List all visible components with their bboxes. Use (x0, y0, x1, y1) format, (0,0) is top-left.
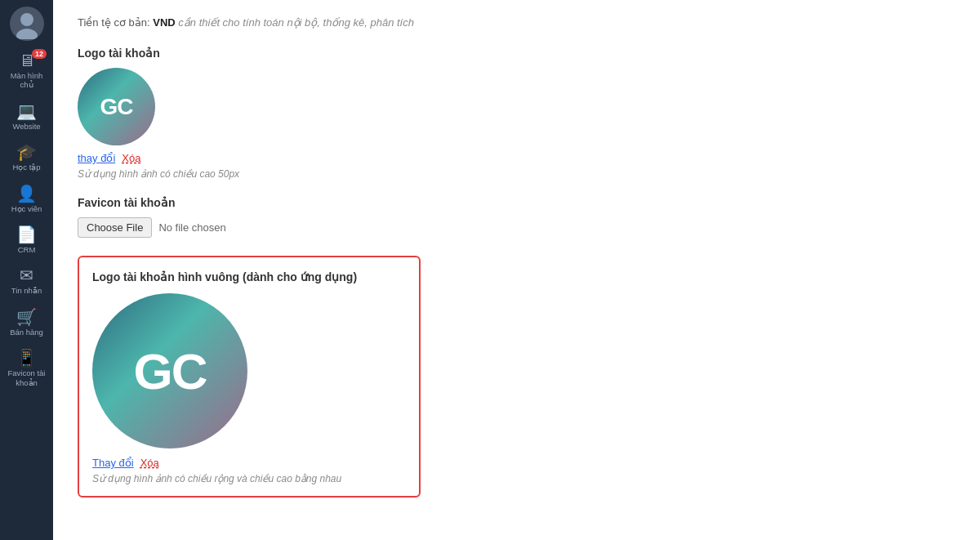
square-logo-gc-text: GC (134, 342, 207, 400)
logo-section: Logo tài khoản GC thay đổi Xóa Sử dụng h… (78, 47, 956, 180)
hoc-vien-icon: 👤 (16, 185, 37, 202)
sidebar-label-man-hinh-chu: Màn hình chủ (3, 71, 50, 90)
logo-circle-large: GC (92, 293, 247, 449)
square-logo-label: Logo tài khoản hình vuông (dành cho ứng … (92, 270, 406, 283)
sidebar-item-man-hinh-chu[interactable]: 12 🖥 Màn hình chủ (0, 46, 53, 96)
square-logo-hint: Sử dụng hình ảnh có chiều rộng và chiều … (92, 473, 406, 484)
logo-section-label: Logo tài khoản (78, 47, 956, 60)
logo-delete-button[interactable]: Xóa (122, 152, 140, 164)
currency-hint: cần thiết cho tính toán nội bộ, thống kê… (178, 16, 414, 29)
sidebar-label-apps: Favicon tài khoản (3, 368, 50, 387)
sidebar-label-crm: CRM (18, 245, 36, 254)
avatar[interactable] (10, 7, 44, 41)
sidebar: 12 🖥 Màn hình chủ 💻 Website 🎓 Học tập 👤 … (0, 0, 53, 540)
square-change-button[interactable]: Thay đổi (92, 457, 134, 469)
logo-hint: Sử dụng hình ảnh có chiều cao 50px (78, 168, 956, 180)
svg-point-0 (20, 13, 33, 26)
currency-label: Tiền tệ cơ bản: (78, 16, 150, 29)
sidebar-label-ban-hang: Bán hàng (10, 328, 43, 337)
website-icon: 💻 (16, 103, 37, 119)
logo-gc-text: GC (100, 94, 133, 120)
currency-code: VND (153, 16, 175, 29)
square-logo-section: Logo tài khoản hình vuông (dành cho ứng … (78, 256, 421, 498)
logo-circle: GC (78, 68, 155, 145)
crm-icon: 📄 (16, 226, 37, 243)
file-input-wrapper: Choose File No file chosen (78, 217, 956, 238)
ban-hang-icon: 🛒 (16, 309, 37, 325)
currency-line: Tiền tệ cơ bản: VND cần thiết cho tính t… (78, 16, 956, 29)
sidebar-item-apps[interactable]: 📱 Favicon tài khoản (0, 343, 53, 394)
choose-file-button[interactable]: Choose File (78, 217, 152, 238)
square-delete-button[interactable]: Xóa (140, 457, 159, 469)
main-content: Tiền tệ cơ bản: VND cần thiết cho tính t… (53, 0, 980, 540)
notification-badge: 12 (32, 49, 47, 59)
favicon-label: Favicon tài khoản (78, 196, 956, 209)
no-file-text: No file chosen (158, 221, 225, 234)
sidebar-label-tin-nhan: Tin nhắn (11, 286, 42, 295)
sidebar-item-website[interactable]: 💻 Website (0, 96, 53, 137)
apps-icon: 📱 (16, 350, 37, 366)
sidebar-label-hoc-vien: Học viên (11, 204, 42, 213)
favicon-section: Favicon tài khoản Choose File No file ch… (78, 196, 956, 238)
sidebar-item-ban-hang[interactable]: 🛒 Bán hàng (0, 302, 53, 343)
hoc-tap-icon: 🎓 (16, 144, 37, 160)
sidebar-item-tin-nhan[interactable]: ✉ Tin nhắn (0, 261, 53, 301)
logo-change-button[interactable]: thay đổi (78, 152, 115, 164)
sidebar-item-hoc-tap[interactable]: 🎓 Học tập (0, 137, 53, 178)
logo-actions: thay đổi Xóa (78, 152, 956, 164)
square-logo-actions: Thay đổi Xóa (92, 457, 406, 469)
svg-point-1 (16, 29, 38, 39)
tin-nhan-icon: ✉ (20, 267, 33, 283)
sidebar-item-crm[interactable]: 📄 CRM (0, 220, 53, 261)
sidebar-label-website: Website (12, 122, 40, 131)
sidebar-item-hoc-vien[interactable]: 👤 Học viên (0, 179, 53, 220)
sidebar-label-hoc-tap: Học tập (12, 163, 40, 172)
